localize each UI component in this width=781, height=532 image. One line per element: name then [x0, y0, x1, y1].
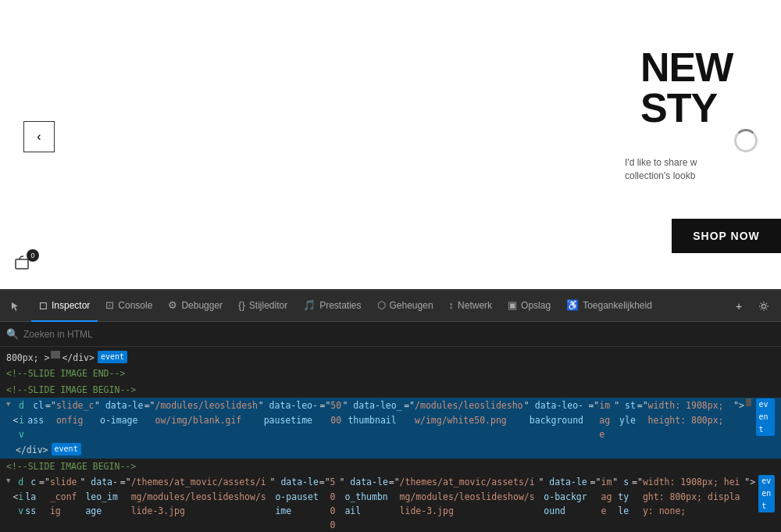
- code-line-1: 800px; ></div> event: [0, 350, 781, 366]
- code-line-slide-config-2[interactable]: ▼ <div class="slide_config " data-leo_im…: [0, 474, 781, 532]
- console-tab-icon: ⊡: [105, 299, 114, 311]
- shop-now-button[interactable]: SHOP NOW: [672, 219, 781, 253]
- tab-debugger[interactable]: ⚙ Debugger: [160, 291, 230, 322]
- devtools-left-icons: [0, 295, 31, 317]
- console-tab-label: Console: [118, 300, 152, 311]
- hero-text-block: NEW STY: [640, 47, 781, 128]
- settings-icon[interactable]: [753, 295, 775, 317]
- event-badge-3[interactable]: event: [52, 443, 81, 455]
- code-line-comment-begin: <!--SLIDE IMAGE BEGIN-->: [0, 382, 781, 398]
- code-line-comment-end: <!--SLIDE IMAGE END-->: [0, 366, 781, 381]
- inspector-tab-icon: ◻: [39, 299, 48, 311]
- code-line-close-div: </div> event: [0, 442, 781, 458]
- website-preview: ‹ NEW STY I'd like to share w collection…: [0, 0, 781, 289]
- code-line-comment-begin-2: <!--SLIDE IMAGE BEGIN-->: [0, 459, 781, 474]
- svg-point-1: [762, 304, 766, 308]
- cart-icon-area[interactable]: 0: [8, 249, 36, 277]
- opslag-tab-icon: ▣: [508, 299, 517, 311]
- search-input[interactable]: [23, 329, 775, 340]
- event-badge-2[interactable]: event: [756, 398, 775, 436]
- prestaties-tab-label: Prestaties: [319, 300, 361, 311]
- geheugen-tab-label: Geheugen: [390, 300, 433, 311]
- stijleditor-tab-icon: {}: [238, 299, 245, 311]
- devtools-right-icons: +: [722, 295, 781, 317]
- hero-description: I'd like to share w collection's lookb: [625, 156, 781, 183]
- debugger-tab-label: Debugger: [181, 300, 223, 311]
- stijleditor-tab-label: Stijleditor: [249, 300, 287, 311]
- loading-spinner: [734, 129, 758, 152]
- tab-geheugen[interactable]: ⬡ Geheugen: [369, 291, 441, 322]
- search-icon: 🔍: [6, 328, 19, 340]
- hero-sty-text: STY: [640, 87, 773, 128]
- devtools-search-bar[interactable]: 🔍: [0, 322, 781, 347]
- tab-console[interactable]: ⊡ Console: [98, 291, 160, 322]
- html-code-panel: 800px; ></div> event <!--SLIDE IMAGE END…: [0, 347, 781, 532]
- chevron-left-icon: ‹: [37, 130, 41, 144]
- hero-new-text: NEW: [640, 47, 773, 87]
- tab-prestaties[interactable]: 🎵 Prestaties: [295, 291, 369, 322]
- opslag-tab-label: Opslag: [521, 300, 551, 311]
- code-line-slide-config[interactable]: ▼ <div class="slide_config " data-leo-im…: [0, 398, 781, 442]
- toegankelijkheid-tab-label: Toegankelijkheid: [583, 300, 652, 311]
- expand-arrow-2[interactable]: ▼: [6, 475, 10, 486]
- prev-button[interactable]: ‹: [23, 121, 55, 152]
- event-badge-1[interactable]: event: [98, 351, 127, 363]
- cart-badge: 0: [27, 249, 39, 262]
- element-picker-icon[interactable]: [5, 295, 27, 317]
- debugger-tab-icon: ⚙: [168, 299, 177, 311]
- inspector-tab-label: Inspector: [52, 300, 90, 311]
- tab-toegankelijkheid[interactable]: ♿ Toegankelijkheid: [558, 291, 660, 322]
- devtools-panel: ◻ Inspector ⊡ Console ⚙ Debugger {} Stij…: [0, 289, 781, 532]
- add-panel-icon[interactable]: +: [728, 295, 750, 317]
- prestaties-tab-icon: 🎵: [303, 299, 316, 311]
- toegankelijkheid-tab-icon: ♿: [566, 299, 579, 311]
- netwerk-tab-label: Netwerk: [458, 300, 492, 311]
- tab-opslag[interactable]: ▣ Opslag: [500, 291, 558, 322]
- tab-inspector[interactable]: ◻ Inspector: [31, 291, 98, 322]
- svg-rect-0: [16, 259, 28, 269]
- geheugen-tab-icon: ⬡: [377, 299, 386, 311]
- event-badge-4[interactable]: event: [758, 475, 775, 512]
- devtools-toolbar: ◻ Inspector ⊡ Console ⚙ Debugger {} Stij…: [0, 291, 781, 322]
- expand-arrow-1[interactable]: ▼: [6, 398, 10, 409]
- tab-netwerk[interactable]: ↕ Netwerk: [441, 291, 501, 322]
- netwerk-tab-icon: ↕: [449, 299, 455, 311]
- browser-preview: ‹ NEW STY I'd like to share w collection…: [0, 0, 781, 289]
- tab-stijleditor[interactable]: {} Stijleditor: [230, 291, 295, 322]
